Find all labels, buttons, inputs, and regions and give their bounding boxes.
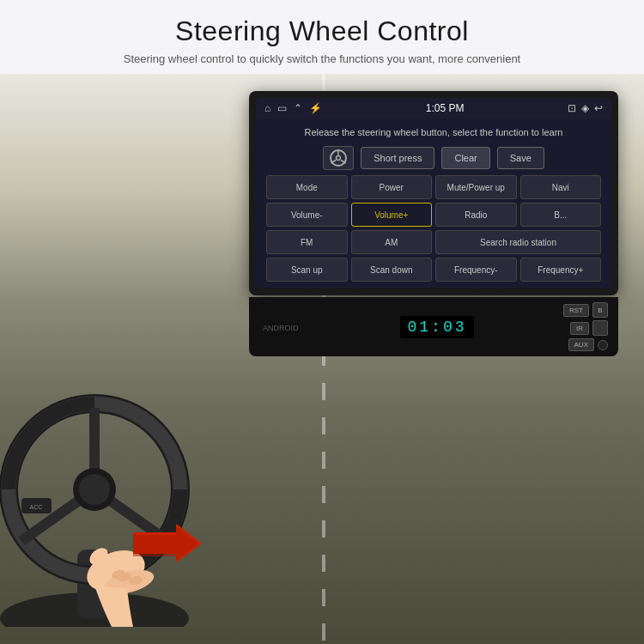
action-buttons-row: Short press Clear Save — [266, 146, 601, 170]
steering-wheel-icon-box — [323, 146, 354, 170]
home-icon: ⌂ — [264, 102, 270, 114]
cast-icon: ⊡ — [568, 102, 576, 114]
power-button[interactable]: Power — [351, 175, 433, 199]
status-icons-right: ⊡ ◈ ↩ — [568, 102, 603, 114]
scan-up-button[interactable]: Scan up — [266, 258, 348, 282]
aux-label: AUX — [568, 338, 594, 351]
scan-down-button[interactable]: Scan down — [351, 258, 433, 282]
device-logo-area: ANDROID — [259, 319, 311, 336]
instruction-text: Release the steering wheel button, selec… — [266, 125, 601, 139]
content-area: ⌂ ▭ ⌃ ⚡ 1:05 PM ⊡ ◈ ↩ — [0, 74, 644, 644]
mode-button[interactable]: Mode — [266, 175, 348, 199]
volume-plus-button[interactable]: Volume+ — [351, 203, 433, 227]
aux-port — [598, 340, 608, 350]
steering-wheel-container: ACC — [0, 352, 206, 627]
ir-label: IR — [570, 322, 589, 335]
device-body: ANDROID 01:03 RST B IR AUX — [249, 297, 618, 356]
device-controls-right: RST B IR AUX — [563, 302, 608, 351]
b-control-button[interactable]: B — [592, 302, 608, 318]
b-button[interactable]: B... — [520, 203, 602, 227]
device-container: ⌂ ▭ ⌃ ⚡ 1:05 PM ⊡ ◈ ↩ — [249, 91, 618, 356]
page-subtitle: Steering wheel control to quickly switch… — [34, 52, 610, 65]
search-radio-button[interactable]: Search radio station — [435, 230, 601, 254]
status-time: 1:05 PM — [426, 102, 465, 114]
status-icons-left: ⌂ ▭ ⌃ ⚡ — [264, 102, 322, 114]
ir-control-area — [592, 320, 608, 336]
screen-content: Release the steering wheel button, selec… — [256, 118, 611, 289]
svg-point-13 — [79, 474, 110, 505]
device-display-time: 01:03 — [400, 316, 473, 338]
page-title: Steering Wheel Control — [34, 15, 610, 47]
steering-wheel-small-icon — [328, 148, 349, 168]
short-press-button[interactable]: Short press — [361, 147, 434, 169]
rst-label: RST — [563, 304, 589, 317]
device-screen: ⌂ ▭ ⌃ ⚡ 1:05 PM ⊡ ◈ ↩ — [249, 91, 618, 295]
screen-icon: ▭ — [277, 102, 287, 114]
save-button[interactable]: Save — [497, 147, 544, 169]
radio-button[interactable]: Radio — [435, 203, 517, 227]
function-buttons-grid: Mode Power Mute/Power up Navi Volume- Vo… — [266, 175, 601, 282]
fm-button[interactable]: FM — [266, 230, 348, 254]
steering-wheel-svg: ACC — [0, 352, 206, 627]
location-icon: ◈ — [581, 102, 589, 114]
mute-power-up-button[interactable]: Mute/Power up — [435, 175, 517, 199]
navi-button[interactable]: Navi — [520, 175, 602, 199]
page-wrapper: Steering Wheel Control Steering wheel co… — [0, 0, 644, 644]
clear-button[interactable]: Clear — [441, 147, 489, 169]
frequency-plus-button[interactable]: Frequency+ — [520, 258, 602, 282]
header-section: Steering Wheel Control Steering wheel co… — [0, 0, 644, 74]
svg-text:ACC: ACC — [30, 504, 43, 510]
back-icon: ↩ — [594, 102, 603, 114]
up-icon: ⌃ — [294, 102, 302, 114]
frequency-minus-button[interactable]: Frequency- — [435, 258, 517, 282]
svg-point-1 — [337, 156, 341, 161]
volume-minus-button[interactable]: Volume- — [266, 203, 348, 227]
usb-icon: ⚡ — [309, 102, 322, 114]
am-button[interactable]: AM — [351, 230, 433, 254]
status-bar: ⌂ ▭ ⌃ ⚡ 1:05 PM ⊡ ◈ ↩ — [256, 98, 611, 118]
screen-inner: ⌂ ▭ ⌃ ⚡ 1:05 PM ⊡ ◈ ↩ — [256, 98, 611, 289]
b-label: B — [598, 307, 602, 314]
